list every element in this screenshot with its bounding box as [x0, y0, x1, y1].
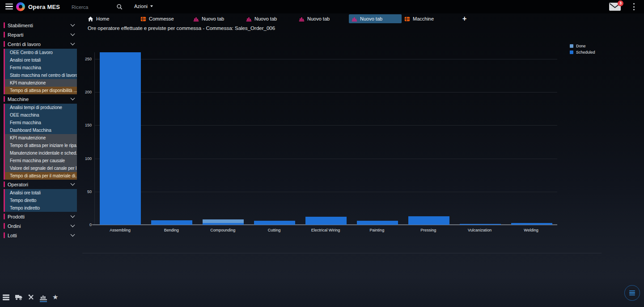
sidebar-item-manutenzione-incidentale-e-sched[interactable]: Manutenzione incidentale e sched... [5, 149, 77, 157]
sidebar-item-tempo-indiretto[interactable]: Tempo indiretto [5, 204, 77, 212]
legend-item-scheduled[interactable]: Scheduled [570, 50, 595, 55]
tab-label: Nuovo tab [307, 16, 330, 21]
sidebar-item-analisi-ore-totali[interactable]: Analisi ore totali [5, 189, 77, 197]
chart-tab-icon [193, 16, 199, 22]
truck-icon[interactable] [15, 294, 22, 302]
section-accent-bar [4, 223, 5, 229]
sidebar-item-analisi-tempi-di-produzione[interactable]: Analisi tempi di produzione [5, 104, 77, 111]
tab-label: Nuovo tab [360, 16, 382, 21]
chart-tab-icon [299, 16, 305, 22]
sidebar-item-tempo-diretto[interactable]: Tempo diretto [5, 197, 77, 204]
chevron-down-icon [150, 5, 153, 7]
search-input[interactable] [71, 2, 115, 12]
tab-commesse-1[interactable]: Commesse [138, 14, 191, 23]
add-tab-button[interactable]: + [454, 14, 472, 23]
chart-tab-icon [246, 16, 252, 22]
y-tick-150: 150 [82, 123, 92, 127]
tools-icon[interactable] [28, 294, 34, 302]
x-label-vulcanization: Vulcanization [454, 228, 505, 232]
tab-nuovo-tab-2[interactable]: Nuovo tab [191, 14, 243, 23]
notification-badge: 3 [618, 0, 623, 6]
sidebar-section-header-macchine[interactable]: Macchine [0, 94, 81, 104]
section-accent-bar [4, 22, 5, 28]
tab-nuovo-tab-5[interactable]: Nuovo tab [349, 14, 402, 23]
sidebar-item-tempo-di-attesa-per-disponibilit[interactable]: Tempo di attesa per disponibilità ... [5, 87, 77, 94]
tab-macchine-6[interactable]: Macchine [402, 14, 454, 23]
sidebar-item-kpi-manutenzione[interactable]: KPI manutenzione [5, 79, 77, 87]
chart-icon[interactable] [40, 294, 47, 302]
table-icon [140, 16, 146, 22]
chart-panel: 050100150200250AssemblingBendingCompound… [82, 39, 602, 253]
sidebar-item-stato-macchina-nel-centro-di-lavoro[interactable]: Stato macchina nel centro di lavoro [5, 71, 77, 79]
tab-home-0[interactable]: Home [85, 14, 138, 23]
sidebar-section-label: Reparti [8, 32, 23, 38]
x-label-electrical-wiring: Electrical Wiring [300, 228, 352, 232]
bar-cutting-scheduled[interactable] [254, 221, 295, 225]
x-label-welding: Welding [505, 228, 557, 232]
sidebar-section-header-stabilimenti[interactable]: Stabilimenti [0, 21, 81, 30]
bar-electrical-wiring-scheduled[interactable] [305, 217, 347, 225]
sidebar-item-tempo-di-attesa-per-iniziare-le-ripa[interactable]: Tempo di attesa per iniziare le ripa... [5, 142, 77, 149]
legend-label: Scheduled [576, 50, 595, 55]
gridline-250 [95, 59, 557, 59]
sidebar-section-label: Lotti [8, 233, 17, 238]
rows-icon[interactable] [3, 294, 9, 302]
x-label-cutting: Cutting [249, 228, 300, 232]
tab-bar: HomeCommesseNuovo tabNuovo tabNuovo tabN… [85, 14, 472, 24]
chart-tab-icon [352, 16, 357, 22]
bar-pressing-scheduled[interactable] [408, 216, 449, 225]
page-background: Opera MES Azioni 3 StabilimentiRepartiCe… [0, 0, 644, 307]
sidebar-section-macchine: MacchineAnalisi tempi di produzioneOEE m… [0, 94, 81, 180]
y-tick-50: 50 [82, 189, 92, 194]
sidebar-item-oee-macchina[interactable]: OEE macchina [5, 111, 77, 119]
bar-welding-scheduled[interactable] [511, 223, 552, 225]
sidebar-section-header-operatori[interactable]: Operatori [0, 180, 81, 189]
floating-menu-button[interactable] [624, 285, 640, 301]
y-tick-100: 100 [82, 156, 92, 161]
sidebar-item-tempo-di-attesa-per-il-materiale-di[interactable]: Tempo di attesa per il materiale di... [5, 172, 77, 180]
menu-hamburger-icon[interactable] [5, 4, 13, 9]
actions-menu[interactable]: Azioni [134, 4, 153, 9]
sidebar-section-header-lotti[interactable]: Lotti [0, 231, 81, 240]
sidebar-item-analisi-ore-totali[interactable]: Analisi ore totali [5, 56, 77, 64]
bar-assembling-scheduled[interactable] [100, 52, 141, 225]
sidebar-section-ordini: Ordini [0, 221, 81, 231]
legend-item-done[interactable]: Done [570, 44, 595, 48]
bar-compounding-done[interactable] [203, 219, 244, 223]
gridline-200 [95, 92, 557, 93]
y-tick-250: 250 [82, 57, 92, 61]
sidebar-section-header-centri-di-lavoro[interactable]: Centri di lavoro [0, 39, 81, 49]
bar-painting-scheduled[interactable] [357, 221, 398, 225]
kebab-menu-icon[interactable] [631, 3, 636, 10]
sidebar-section-header-prodotti[interactable]: Prodotti [0, 212, 81, 221]
section-accent-bar [4, 32, 5, 38]
top-bar: Opera MES Azioni 3 [0, 0, 644, 13]
mail-button[interactable]: 3 [609, 3, 621, 11]
sidebar-item-kpi-manutenzione[interactable]: KPI manutenzione [5, 134, 77, 142]
section-accent-bar [4, 41, 5, 47]
x-label-painting: Painting [351, 228, 402, 232]
sidebar-item-fermi-macchina[interactable]: Fermi macchina [5, 64, 77, 71]
plot-area [94, 52, 557, 225]
sidebar-section-items: Analisi tempi di produzioneOEE macchinaF… [4, 104, 77, 180]
tab-label: Nuovo tab [202, 16, 224, 21]
sidebar-item-fermi-macchina[interactable]: Fermi macchina [5, 119, 77, 126]
sidebar-item-dashboard-macchina[interactable]: Dashboard Macchina [5, 126, 77, 134]
bar-compounding-scheduled[interactable] [203, 223, 244, 225]
sidebar-item-oee-centro-di-lavoro[interactable]: OEE Centro di Lavoro [5, 49, 77, 56]
sidebar-section-header-ordini[interactable]: Ordini [0, 221, 81, 231]
sidebar-item-valore-del-segnale-del-canale-per-l[interactable]: Valore del segnale del canale per l... [5, 164, 77, 172]
tab-nuovo-tab-3[interactable]: Nuovo tab [243, 14, 296, 23]
star-icon[interactable]: ★ [52, 294, 58, 302]
tab-nuovo-tab-4[interactable]: Nuovo tab [296, 14, 349, 23]
app-title: Opera MES [28, 4, 60, 10]
sidebar-section-header-reparti[interactable]: Reparti [0, 30, 81, 39]
chevron-down-icon [71, 96, 75, 101]
section-accent-bar [4, 214, 5, 219]
sidebar-item-fermi-macchina-per-causale[interactable]: Fermi macchina per causale [5, 157, 77, 164]
y-tick-0: 0 [82, 223, 92, 227]
search-icon[interactable] [116, 4, 123, 10]
bar-vulcanization-scheduled[interactable] [460, 224, 501, 225]
bar-bending-scheduled[interactable] [151, 220, 192, 225]
sidebar-section-centri-di-lavoro: Centri di lavoroOEE Centro di LavoroAnal… [0, 39, 81, 94]
